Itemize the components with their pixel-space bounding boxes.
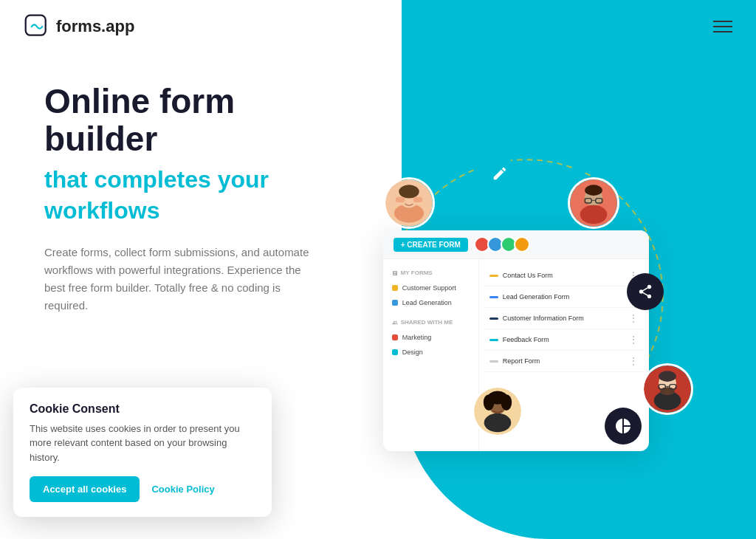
header: forms.app [0, 0, 756, 53]
form-icon-bar [489, 339, 498, 341]
sidebar-dot [392, 349, 398, 355]
svg-rect-11 [395, 197, 405, 202]
form-list-item[interactable]: Lead Generation Form ⋮ [485, 286, 643, 308]
shared-with-me-label: SHARED WITH ME [383, 316, 478, 330]
cookie-consent-buttons: Accept all cookies Cookie Policy [30, 476, 255, 502]
sidebar-item-lead-gen[interactable]: Lead Generation [383, 295, 478, 310]
form-item-menu[interactable]: ⋮ [629, 356, 639, 366]
svg-point-23 [659, 371, 676, 382]
form-icon-bar [489, 360, 498, 363]
svg-point-10 [399, 185, 419, 198]
sidebar-dot [392, 285, 398, 291]
mockup-user-avatars [474, 236, 530, 253]
mockup-sidebar: MY FORMS Customer Support Lead Generatio… [383, 259, 479, 451]
form-list-item[interactable]: Report Form ⋮ [485, 351, 643, 372]
mini-avatar-4 [514, 236, 530, 253]
hamburger-menu[interactable] [713, 21, 732, 32]
create-form-button[interactable]: + CREATE FORM [394, 238, 468, 252]
logo-text: forms.app [56, 17, 134, 36]
svg-point-24 [660, 387, 675, 395]
form-icon-bar [489, 317, 498, 320]
cookie-consent-description: This website uses cookies in order to pr… [30, 422, 255, 465]
headline: Online form builder [44, 83, 354, 157]
svg-point-32 [484, 394, 495, 411]
avatar-bottom-center [472, 385, 523, 437]
form-list-item[interactable]: Contact Us Form ⋮ [485, 265, 643, 286]
form-icon-bar [489, 275, 498, 277]
form-icon-bar [489, 296, 498, 298]
sidebar-item-design[interactable]: Design [383, 345, 478, 360]
hero-illustration: + CREATE FORM MY FORMS [354, 68, 756, 481]
my-forms-label: MY FORMS [383, 267, 478, 281]
avatar-bottom-right [642, 363, 693, 415]
headline-line1: Online form [44, 82, 235, 120]
mockup-top-bar: + CREATE FORM [383, 230, 649, 259]
svg-point-16 [585, 185, 602, 196]
cookie-policy-link[interactable]: Cookie Policy [151, 484, 214, 495]
share-icon-circle [627, 273, 664, 310]
avatar-top-left [383, 177, 435, 229]
svg-point-15 [580, 205, 607, 224]
svg-point-33 [501, 394, 512, 411]
logo-icon [24, 13, 50, 40]
svg-rect-12 [413, 197, 422, 202]
form-item-menu[interactable]: ⋮ [629, 313, 639, 323]
sidebar-item-customer-support[interactable]: Customer Support [383, 281, 478, 295]
sidebar-dot [392, 334, 398, 340]
sidebar-dot [392, 300, 398, 306]
headline-line2: builder [44, 120, 157, 158]
edit-icon-circle [483, 157, 517, 190]
svg-point-3 [571, 165, 582, 176]
logo-area[interactable]: forms.app [24, 13, 134, 40]
form-list-item[interactable]: Customer Information Form ⋮ [485, 308, 643, 329]
headline-accent: that completes your workflows [44, 165, 354, 226]
cookie-consent-title: Cookie Consent [30, 402, 255, 416]
accept-cookies-button[interactable]: Accept all cookies [30, 476, 140, 502]
hero-description: Create forms, collect form submissions, … [44, 244, 317, 315]
sidebar-item-marketing[interactable]: Marketing [383, 330, 478, 345]
chart-icon-circle [605, 408, 642, 444]
avatar-top-right [568, 177, 619, 229]
form-list-item[interactable]: Feedback Form ⋮ [485, 329, 643, 351]
svg-point-30 [484, 413, 511, 433]
cookie-consent-dialog: Cookie Consent This website uses cookies… [13, 388, 272, 518]
form-item-menu[interactable]: ⋮ [629, 334, 639, 345]
